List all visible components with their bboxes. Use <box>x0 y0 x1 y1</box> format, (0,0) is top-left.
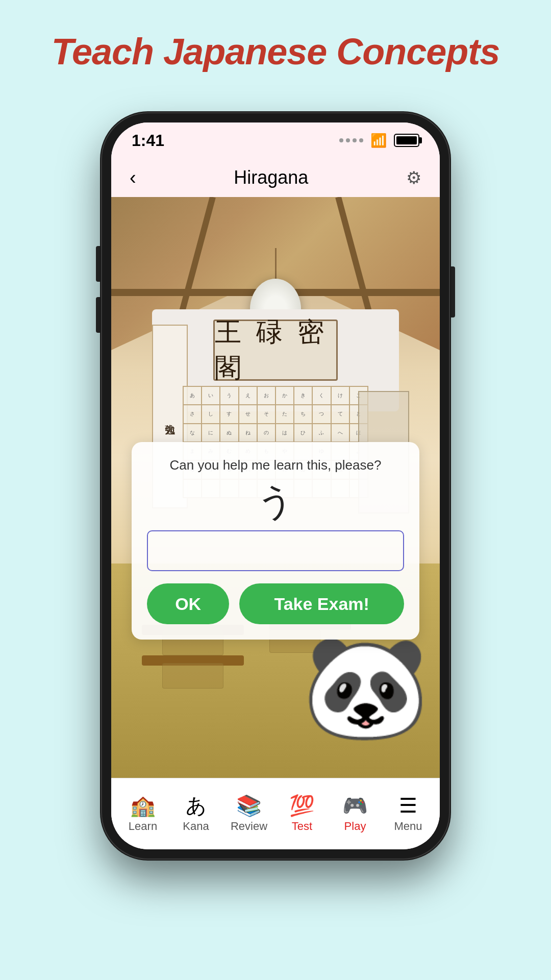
chart-cell: さ <box>183 405 202 423</box>
battery-icon <box>394 134 419 147</box>
review-icon: 📚 <box>236 795 262 816</box>
chart-cell: そ <box>257 405 276 423</box>
signal-icon <box>339 138 363 142</box>
answer-input[interactable] <box>147 530 404 571</box>
main-content: 王 碌 密 閣 大勉強 あいうえおかきくけこさしすせそたちつてとなにぬねのはひふ… <box>111 197 440 778</box>
dialog-question: Can you help me learn this, please? <box>147 457 404 473</box>
tab-learn-label: Learn <box>129 820 157 833</box>
tab-play-label: Play <box>344 820 366 833</box>
volume-up-button <box>96 246 100 282</box>
chart-cell: は <box>276 424 294 442</box>
chart-cell: せ <box>239 405 257 423</box>
chart-cell: け <box>331 386 349 405</box>
chart-cell: し <box>202 405 220 423</box>
test-icon: 💯 <box>289 795 315 816</box>
chart-cell: に <box>202 424 220 442</box>
chart-cell: て <box>331 405 349 423</box>
chart-cell: ふ <box>312 424 331 442</box>
status-bar: 1:41 📶 <box>111 122 440 158</box>
chart-cell: た <box>276 405 294 423</box>
chart-cell: お <box>257 386 276 405</box>
tab-kana-label: Kana <box>183 820 209 833</box>
kanji-frame: 王 碌 密 閣 <box>213 320 338 381</box>
chart-cell: い <box>202 386 220 405</box>
power-button <box>451 266 455 317</box>
chart-cell: ぬ <box>220 424 238 442</box>
wifi-icon: 📶 <box>370 133 387 149</box>
chart-cell: つ <box>312 405 331 423</box>
play-icon: 🎮 <box>342 795 368 816</box>
tab-bar: 🏫 Learn あ Kana 📚 Review 💯 Test 🎮 Play ☰ <box>111 778 440 849</box>
phone-frame: 1:41 📶 ‹ Hiragana ⚙ <box>102 113 449 859</box>
tab-review-label: Review <box>231 820 267 833</box>
back-button[interactable]: ‹ <box>130 167 136 189</box>
tab-test-label: Test <box>292 820 312 833</box>
panda-icon: 🐼 <box>302 627 430 747</box>
chart-cell: か <box>276 386 294 405</box>
dialog-box: Can you help me learn this, please? う OK… <box>132 442 419 640</box>
take-exam-button[interactable]: Take Exam! <box>239 583 404 624</box>
learn-icon: 🏫 <box>130 795 156 816</box>
cushion-2 <box>162 663 223 689</box>
chart-cell: あ <box>183 386 202 405</box>
phone-screen: 1:41 📶 ‹ Hiragana ⚙ <box>111 122 440 849</box>
chart-cell: へ <box>331 424 349 442</box>
chart-cell: ひ <box>294 424 312 442</box>
chart-cell: き <box>294 386 312 405</box>
tab-test[interactable]: 💯 Test <box>276 795 329 833</box>
settings-button[interactable]: ⚙ <box>406 167 421 188</box>
chart-cell: く <box>312 386 331 405</box>
status-time: 1:41 <box>132 131 164 150</box>
chart-cell: え <box>239 386 257 405</box>
tab-menu[interactable]: ☰ Menu <box>382 795 435 833</box>
status-icons: 📶 <box>339 133 419 149</box>
chart-cell: す <box>220 405 238 423</box>
chart-cell: ね <box>239 424 257 442</box>
tab-kana[interactable]: あ Kana <box>169 795 222 833</box>
tab-play[interactable]: 🎮 Play <box>329 795 382 833</box>
kanji-text: 王 碌 密 閣 <box>215 314 336 386</box>
chart-cell: う <box>220 386 238 405</box>
chart-cell: な <box>183 424 202 442</box>
nav-bar: ‹ Hiragana ⚙ <box>111 158 440 197</box>
ok-button[interactable]: OK <box>147 583 229 624</box>
tab-learn[interactable]: 🏫 Learn <box>116 795 169 833</box>
chart-cell: の <box>257 424 276 442</box>
dialog-kana: う <box>147 483 404 520</box>
page-title: Teach Japanese Concepts <box>52 31 500 72</box>
tab-menu-label: Menu <box>394 820 422 833</box>
kana-icon: あ <box>186 795 207 816</box>
tab-review[interactable]: 📚 Review <box>222 795 276 833</box>
menu-icon: ☰ <box>399 795 417 816</box>
chart-cell: ち <box>294 405 312 423</box>
nav-title: Hiragana <box>234 167 308 188</box>
dialog-buttons: OK Take Exam! <box>147 583 404 624</box>
volume-down-button <box>96 297 100 333</box>
